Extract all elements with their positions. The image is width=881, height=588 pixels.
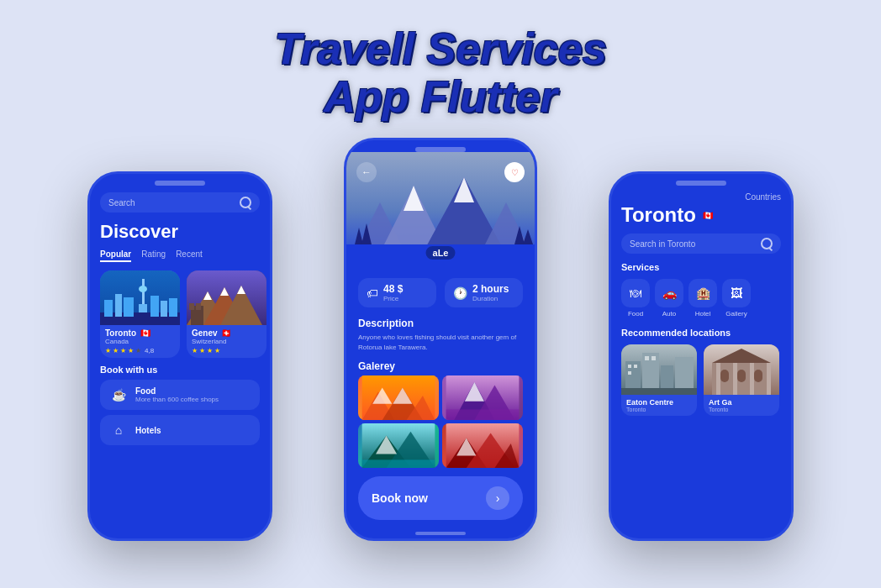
left-phone: Search Discover Popular Rating Recent	[87, 171, 272, 541]
star3: ★	[120, 347, 126, 354]
countries-label: Countries	[621, 192, 781, 202]
gallery-item-4[interactable]	[442, 423, 523, 468]
food-icon: ☕	[108, 385, 129, 405]
svg-rect-62	[645, 356, 649, 360]
place-card-toronto[interactable]: Toronto 🇨🇦 Canada ★ ★ ★ ★ ★ 4,8	[100, 270, 180, 358]
svg-rect-9	[161, 301, 167, 317]
hotels-name: Hotels	[135, 426, 161, 435]
center-phone: ← ♡ aLe 🏷 48 $ Price 🕐 2 hours Durat	[344, 138, 537, 541]
title-line2: App Flutter	[274, 73, 606, 121]
gallery-item-3[interactable]	[358, 423, 439, 468]
svg-rect-43	[446, 409, 520, 420]
service-gallery-circle[interactable]: 🖼 Gallery	[722, 279, 751, 318]
gallery-circle-icon: 🖼	[722, 279, 751, 307]
gstar2: ★	[199, 347, 205, 354]
gallery-grid	[358, 375, 523, 468]
eaton-location: Toronto	[626, 407, 692, 412]
price-badge: 🏷 48 $ Price	[358, 278, 436, 307]
svg-rect-69	[754, 370, 762, 382]
price-duration-row: 🏷 48 $ Price 🕐 2 hours Duration	[358, 278, 523, 307]
description-text: Anyone who loves fishing should visit an…	[358, 333, 523, 351]
service-food-circle[interactable]: 🍽 Food	[621, 279, 650, 318]
food-name: Food	[135, 386, 219, 396]
gallery-circle-label: Gallery	[725, 310, 746, 318]
duration-badge: 🕐 2 hours Duration	[445, 278, 523, 307]
svg-rect-60	[634, 365, 637, 368]
place-label-hero: aLe	[426, 246, 456, 260]
hotel-circle-icon: 🏨	[688, 279, 717, 307]
book-now-button[interactable]: Book now ›	[358, 476, 523, 520]
gallery-item-2[interactable]	[442, 375, 523, 420]
star2: ★	[113, 347, 119, 354]
search-icon	[240, 197, 251, 208]
page-title: Travell Services App Flutter	[274, 25, 606, 121]
svg-rect-70	[716, 363, 720, 395]
food-circle-icon: 🍽	[621, 279, 650, 307]
price-label: Price	[383, 295, 403, 302]
service-hotel-circle[interactable]: 🏨 Hotel	[688, 279, 717, 318]
svg-rect-63	[652, 356, 656, 360]
discover-title: Discover	[100, 221, 260, 243]
recommended-title: Recommended locations	[621, 328, 781, 338]
art-gallery-image	[704, 344, 779, 395]
svg-rect-61	[628, 371, 631, 375]
toronto-country: Canada	[105, 338, 175, 345]
svg-rect-8	[150, 296, 159, 317]
gstar1: ★	[192, 347, 198, 354]
right-search-bar[interactable]: Search in Toronto	[621, 234, 781, 254]
tab-rating[interactable]: Rating	[141, 249, 166, 262]
art-gallery-name: Art Ga	[709, 398, 774, 407]
svg-point-6	[139, 286, 147, 292]
tabs-row: Popular Rating Recent	[100, 249, 260, 262]
left-search-bar[interactable]: Search	[100, 192, 260, 213]
auto-circle-icon: 🚗	[655, 279, 683, 307]
services-title: Services	[621, 262, 781, 272]
eaton-centre-image	[621, 344, 697, 395]
gallery-item-1[interactable]	[358, 375, 439, 420]
toronto-rating: 4,8	[145, 347, 154, 354]
book-with-us-title: Book with us	[100, 365, 260, 375]
services-icons-row: 🍽 Food 🚗 Auto 🏨 Hotel 🖼 Gallery	[621, 279, 781, 318]
svg-rect-2	[104, 300, 113, 317]
auto-circle-label: Auto	[662, 310, 676, 318]
gstar4: ★	[214, 347, 220, 354]
right-search-icon	[761, 238, 773, 249]
svg-rect-7	[139, 304, 147, 312]
food-circle-label: Food	[628, 310, 643, 318]
tab-recent[interactable]: Recent	[176, 249, 203, 262]
description-title: Description	[358, 318, 523, 329]
hotels-icon: ⌂	[108, 420, 129, 440]
place-card-geneva[interactable]: Genev 🇨🇭 Switzerland ★ ★ ★ ★	[187, 270, 266, 358]
center-phone-bottom-bar	[415, 532, 466, 535]
svg-rect-73	[767, 363, 771, 395]
gstar3: ★	[207, 347, 213, 354]
star5: ★	[135, 347, 141, 354]
svg-rect-72	[750, 363, 754, 395]
svg-rect-10	[169, 298, 177, 317]
title-line1: Travell Services	[274, 25, 606, 73]
price-value: 48 $	[383, 283, 403, 295]
book-now-text: Book now	[372, 491, 428, 505]
svg-rect-48	[362, 459, 435, 468]
duration-label: Duration	[472, 295, 509, 302]
star4: ★	[128, 347, 134, 354]
tab-popular[interactable]: Popular	[100, 249, 131, 262]
gallery-title: Galerey	[358, 360, 523, 372]
left-search-placeholder: Search	[108, 198, 240, 207]
right-search-placeholder: Search in Toronto	[630, 239, 761, 249]
svg-rect-67	[720, 370, 729, 382]
svg-rect-68	[737, 370, 746, 382]
svg-rect-4	[124, 297, 134, 317]
service-auto-circle[interactable]: 🚗 Auto	[655, 279, 683, 318]
svg-rect-71	[733, 363, 737, 395]
rec-card-art[interactable]: Art Ga Toronto	[704, 344, 779, 416]
service-food-item[interactable]: ☕ Food More than 600 coffee shops	[100, 380, 260, 410]
back-button[interactable]: ←	[356, 162, 377, 182]
favorite-button[interactable]: ♡	[504, 162, 525, 182]
hotel-circle-label: Hotel	[695, 310, 711, 318]
rec-card-eaton[interactable]: Eaton Centre Toronto	[621, 344, 697, 416]
phones-container: Search Discover Popular Rating Recent	[62, 129, 819, 541]
food-desc: More than 600 coffee shops	[135, 396, 219, 403]
duration-value: 2 hours	[472, 283, 509, 295]
service-hotels-item[interactable]: ⌂ Hotels	[100, 415, 260, 445]
